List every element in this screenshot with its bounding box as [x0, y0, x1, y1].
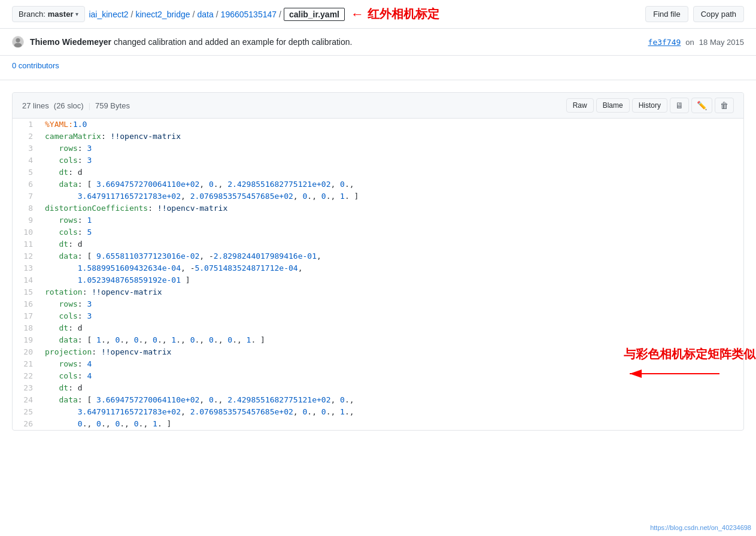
- raw-button[interactable]: Raw: [566, 98, 594, 113]
- breadcrumb-link-data[interactable]: data: [197, 10, 213, 19]
- table-row: 18 dt: d: [13, 322, 743, 334]
- line-number: 26: [13, 418, 42, 430]
- chevron-down-icon: ▾: [75, 11, 78, 17]
- line-number: 4: [13, 155, 42, 166]
- delete-icon[interactable]: 🗑: [715, 98, 734, 113]
- line-code: rows: 3: [42, 143, 743, 155]
- table-row: 21 rows: 4: [13, 358, 743, 370]
- commit-info: Thiemo Wiedemeyer changed calibration an…: [12, 36, 352, 48]
- table-row: 26 0., 0., 0., 0., 1. ]: [13, 418, 743, 430]
- find-file-button[interactable]: Find file: [645, 6, 688, 22]
- breadcrumb-sep-4: /: [279, 10, 281, 19]
- commit-bar: Thiemo Wiedemeyer changed calibration an…: [0, 29, 756, 56]
- display-icon[interactable]: 🖥: [670, 98, 689, 113]
- table-row: 3 rows: 3: [13, 143, 743, 155]
- line-number: 15: [13, 286, 42, 298]
- table-row: 6 data: [ 3.6694757270064110e+02, 0., 2.…: [13, 178, 743, 190]
- line-code: 0., 0., 0., 0., 1. ]: [42, 418, 743, 430]
- line-number: 3: [13, 143, 42, 155]
- line-code: cols: 4: [42, 370, 743, 382]
- file-sloc: (26 sloc): [54, 101, 84, 110]
- line-number: 13: [13, 262, 42, 274]
- top-bar: Branch: master ▾ iai_kinect2 / kinect2_b…: [0, 0, 756, 29]
- line-number: 24: [13, 394, 42, 406]
- table-row: 10 cols: 5: [13, 226, 743, 238]
- table-row: 15rotation: !!opencv-matrix: [13, 286, 743, 298]
- file-stat-separator: |: [89, 101, 90, 110]
- red-arrow-icon: ←: [351, 7, 364, 22]
- file-viewer: 27 lines (26 sloc) | 759 Bytes Raw Blame…: [12, 92, 744, 431]
- contributors-bar: 0 contributors: [0, 56, 756, 80]
- table-row: 22 cols: 4: [13, 370, 743, 382]
- commit-description: changed calibration and added an example…: [114, 37, 353, 47]
- file-stats: 27 lines (26 sloc) | 759 Bytes: [22, 101, 130, 110]
- line-number: 16: [13, 298, 42, 310]
- table-row: 17 cols: 3: [13, 310, 743, 322]
- table-row: 9 rows: 1: [13, 214, 743, 226]
- table-row: 25 3.6479117165721783e+02, 2.07698535754…: [13, 406, 743, 418]
- branch-selector[interactable]: Branch: master ▾: [12, 6, 85, 22]
- table-row: 2cameraMatrix: !!opencv-matrix: [13, 131, 743, 143]
- line-number: 8: [13, 202, 42, 214]
- line-code: dt: d: [42, 166, 743, 178]
- contributors-link[interactable]: 0 contributors: [12, 61, 59, 70]
- table-row: 14 1.0523948765859192e-01 ]: [13, 274, 743, 286]
- commit-date: 18 May 2015: [699, 38, 744, 47]
- line-code: cols: 3: [42, 155, 743, 166]
- commit-on: on: [685, 38, 694, 47]
- line-code: rows: 3: [42, 298, 743, 310]
- breadcrumb-sep-3: /: [216, 10, 218, 19]
- line-code: cols: 5: [42, 226, 743, 238]
- table-row: 7 3.6479117165721783e+02, 2.076985357545…: [13, 190, 743, 202]
- line-code: rotation: !!opencv-matrix: [42, 286, 743, 298]
- history-button[interactable]: History: [632, 98, 667, 113]
- table-row: 4 cols: 3: [13, 155, 743, 166]
- branch-name: master: [48, 10, 74, 19]
- line-code: cols: 3: [42, 310, 743, 322]
- line-code: data: [ 9.6558110377123016e-02, -2.82982…: [42, 250, 743, 262]
- commit-author: Thiemo Wiedemeyer: [30, 37, 111, 47]
- commit-hash-link[interactable]: fe3f749: [648, 38, 681, 47]
- line-code: data: [ 3.6694757270064110e+02, 0., 2.42…: [42, 394, 743, 406]
- blame-button[interactable]: Blame: [596, 98, 630, 113]
- edit-icon[interactable]: ✏️: [691, 98, 712, 113]
- line-code: 3.6479117165721783e+02, 2.07698535754576…: [42, 190, 743, 202]
- line-code: 1.5889951609432634e-04, -5.0751483524871…: [42, 262, 743, 274]
- file-header: 27 lines (26 sloc) | 759 Bytes Raw Blame…: [13, 93, 743, 119]
- commit-message: Thiemo Wiedemeyer changed calibration an…: [30, 37, 352, 47]
- line-code: projection: !!opencv-matrix: [42, 346, 743, 358]
- breadcrumb-sep-2: /: [193, 10, 195, 19]
- line-number: 9: [13, 214, 42, 226]
- line-number: 7: [13, 190, 42, 202]
- line-number: 23: [13, 382, 42, 394]
- table-row: 20projection: !!opencv-matrix: [13, 346, 743, 358]
- line-number: 22: [13, 370, 42, 382]
- breadcrumb-area: Branch: master ▾ iai_kinect2 / kinect2_b…: [12, 6, 439, 22]
- line-number: 19: [13, 334, 42, 346]
- table-row: 11 dt: d: [13, 238, 743, 250]
- breadcrumb-link-bridge[interactable]: kinect2_bridge: [136, 10, 190, 19]
- copy-path-button[interactable]: Copy path: [693, 6, 744, 22]
- header-actions: Find file Copy path: [645, 6, 744, 22]
- annotation-ir-label: 红外相机标定: [368, 6, 439, 22]
- breadcrumb-link-folder[interactable]: 196605135147: [221, 10, 277, 19]
- line-number: 17: [13, 310, 42, 322]
- line-code: dt: d: [42, 322, 743, 334]
- table-row: 16 rows: 3: [13, 298, 743, 310]
- file-size: 759 Bytes: [95, 101, 130, 110]
- line-number: 14: [13, 274, 42, 286]
- line-code: data: [ 3.6694757270064110e+02, 0., 2.42…: [42, 178, 743, 190]
- line-code: 3.6479117165721783e+02, 2.07698535754576…: [42, 406, 743, 418]
- line-number: 6: [13, 178, 42, 190]
- line-code: cameraMatrix: !!opencv-matrix: [42, 131, 743, 143]
- breadcrumb-link-repo[interactable]: iai_kinect2: [89, 10, 128, 19]
- line-code: rows: 1: [42, 214, 743, 226]
- line-number: 1: [13, 119, 42, 131]
- line-code: rows: 4: [42, 358, 743, 370]
- svg-point-0: [16, 38, 20, 43]
- line-number: 2: [13, 131, 42, 143]
- line-number: 12: [13, 250, 42, 262]
- code-table: 1%YAML:1.02cameraMatrix: !!opencv-matrix…: [13, 119, 743, 430]
- line-code: data: [ 1., 0., 0., 0., 1., 0., 0., 0., …: [42, 334, 743, 346]
- contributors-count: 0: [12, 61, 16, 70]
